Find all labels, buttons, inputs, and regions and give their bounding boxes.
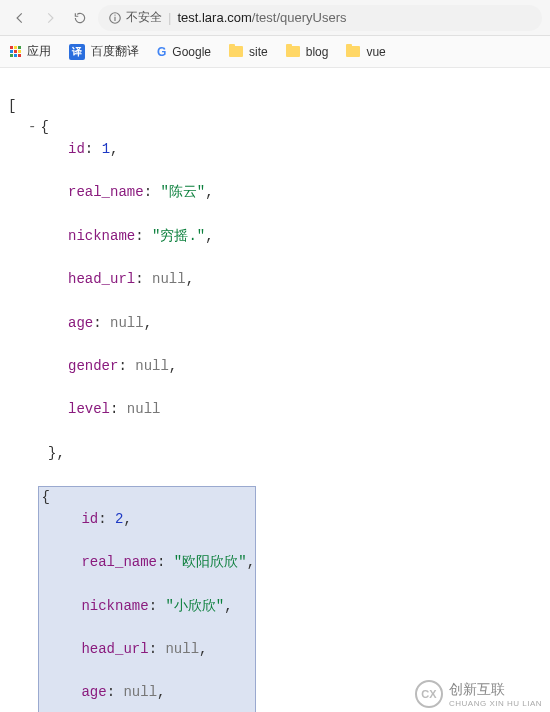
- baidu-translate-icon: 译: [69, 44, 85, 60]
- json-prop: real_name: "欧阳欣欣",: [41, 552, 255, 574]
- watermark-logo: CX: [415, 680, 443, 708]
- bookmark-folder-blog[interactable]: blog: [286, 45, 329, 59]
- bookmark-label: site: [249, 45, 268, 59]
- apps-icon: [10, 46, 21, 57]
- json-prop: head_url: null,: [28, 269, 542, 291]
- bookmarks-bar: 应用 译 百度翻译 G Google site blog vue: [0, 36, 550, 68]
- address-bar[interactable]: 不安全 | test.lara.com/test/queryUsers: [98, 5, 542, 31]
- google-icon: G: [157, 45, 166, 59]
- reload-icon: [73, 11, 87, 25]
- arrow-left-icon: [13, 11, 27, 25]
- json-prop: head_url: null,: [41, 639, 255, 661]
- browser-toolbar: 不安全 | test.lara.com/test/queryUsers: [0, 0, 550, 36]
- json-prop: id: 2,: [41, 509, 255, 531]
- insecure-label: 不安全: [126, 9, 162, 26]
- bookmark-folder-vue[interactable]: vue: [346, 45, 385, 59]
- forward-button[interactable]: [38, 6, 62, 30]
- json-prop: nickname: "小欣欣",: [41, 596, 255, 618]
- bookmark-label: vue: [366, 45, 385, 59]
- json-prop: gender: null,: [28, 356, 542, 378]
- apps-label: 应用: [27, 43, 51, 60]
- folder-icon: [229, 46, 243, 57]
- folder-icon: [346, 46, 360, 57]
- watermark-zh: 创新互联: [449, 681, 505, 697]
- url-host: test.lara.com: [177, 10, 251, 25]
- json-selection[interactable]: { id: 2, real_name: "欧阳欣欣", nickname: "小…: [38, 486, 256, 712]
- json-prop: level: null: [28, 399, 542, 421]
- json-viewer: [ -{ id: 1, real_name: "陈云", nickname: "…: [0, 68, 550, 712]
- json-prop: id: 1,: [28, 139, 542, 161]
- json-prop: nickname: "穷摇.",: [28, 226, 542, 248]
- bookmark-google[interactable]: G Google: [157, 45, 211, 59]
- reload-button[interactable]: [68, 6, 92, 30]
- folder-icon: [286, 46, 300, 57]
- apps-button[interactable]: 应用: [10, 43, 51, 60]
- security-status: 不安全: [108, 9, 162, 26]
- svg-point-2: [114, 14, 115, 15]
- watermark-en: CHUANG XIN HU LIAN: [449, 699, 542, 708]
- separator: |: [168, 10, 171, 25]
- url-path: /test/queryUsers: [252, 10, 347, 25]
- json-prop: age: null,: [28, 313, 542, 335]
- bookmark-label: 百度翻译: [91, 43, 139, 60]
- bookmark-label: Google: [172, 45, 211, 59]
- collapse-toggle[interactable]: -: [28, 119, 36, 135]
- watermark: CX 创新互联 CHUANG XIN HU LIAN: [407, 676, 550, 712]
- array-open: [: [8, 98, 16, 114]
- arrow-right-icon: [43, 11, 57, 25]
- json-prop: age: null,: [41, 682, 255, 704]
- json-prop: real_name: "陈云",: [28, 182, 542, 204]
- back-button[interactable]: [8, 6, 32, 30]
- bookmark-folder-site[interactable]: site: [229, 45, 268, 59]
- url-text: test.lara.com/test/queryUsers: [177, 10, 346, 25]
- json-item: -{ id: 1, real_name: "陈云", nickname: "穷摇…: [8, 117, 542, 464]
- bookmark-baidu[interactable]: 译 百度翻译: [69, 43, 139, 60]
- info-icon: [108, 11, 122, 25]
- bookmark-label: blog: [306, 45, 329, 59]
